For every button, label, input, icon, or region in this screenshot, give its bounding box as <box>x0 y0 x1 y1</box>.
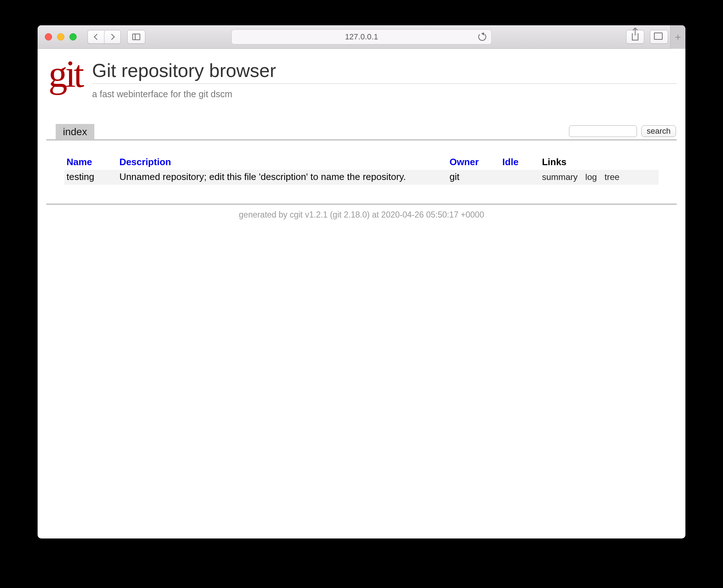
search-button[interactable]: search <box>641 125 676 137</box>
page-content: git Git repository browser a fast webint… <box>38 49 685 224</box>
page-title: Git repository browser <box>92 56 677 83</box>
address-bar[interactable]: 127.0.0.1 <box>231 29 492 44</box>
repo-table: Name Description Owner Idle Links testin… <box>64 155 659 185</box>
repo-idle <box>500 170 540 185</box>
link-log[interactable]: log <box>585 172 597 182</box>
link-tree[interactable]: tree <box>604 172 619 182</box>
chevron-left-icon <box>94 34 100 40</box>
git-logo[interactable]: git <box>46 56 84 93</box>
table-header-row: Name Description Owner Idle Links <box>64 155 659 170</box>
search-input[interactable] <box>569 125 637 137</box>
repo-name-link[interactable]: testing <box>67 171 94 182</box>
tabs: index <box>47 124 94 139</box>
window-controls <box>45 33 77 40</box>
sidebar-icon <box>132 34 140 40</box>
page-header: git Git repository browser a fast webint… <box>46 53 677 99</box>
close-window-button[interactable] <box>45 33 52 40</box>
toolbar-right <box>626 30 668 44</box>
zoom-window-button[interactable] <box>69 33 77 40</box>
titlebar: 127.0.0.1 + <box>38 25 685 49</box>
footer: generated by cgit v1.2.1 (git 2.18.0) at… <box>46 205 677 220</box>
back-button[interactable] <box>87 30 104 44</box>
col-name[interactable]: Name <box>67 156 92 167</box>
minimize-window-button[interactable] <box>57 33 64 40</box>
plus-icon: + <box>675 31 681 43</box>
footer-prefix: generated by <box>239 210 290 219</box>
footer-cgit-link[interactable]: cgit v1.2.1 <box>290 210 328 219</box>
tab-index[interactable]: index <box>56 124 94 139</box>
browser-window: 127.0.0.1 + git Git repository browser a… <box>38 25 685 538</box>
repo-owner: git <box>447 170 500 185</box>
new-tab-button[interactable]: + <box>670 25 685 49</box>
col-owner[interactable]: Owner <box>449 156 479 167</box>
tabs-row: index search <box>46 124 677 141</box>
repo-links: summary log tree <box>540 170 659 185</box>
table-row: testing Unnamed repository; edit this fi… <box>64 170 659 185</box>
page-subtitle: a fast webinterface for the git dscm <box>92 84 677 99</box>
footer-timestamp: at 2020-04-26 05:50:17 +0000 <box>372 210 484 219</box>
col-description[interactable]: Description <box>119 156 171 167</box>
link-summary[interactable]: summary <box>542 172 578 182</box>
search-form: search <box>569 125 676 139</box>
col-idle[interactable]: Idle <box>502 156 519 167</box>
share-button[interactable] <box>626 30 644 44</box>
tabs-icon <box>655 34 663 40</box>
col-links: Links <box>540 155 659 170</box>
share-icon <box>632 33 638 40</box>
address-text: 127.0.0.1 <box>345 32 378 42</box>
reload-icon[interactable] <box>478 33 486 41</box>
repo-description: Unnamed repository; edit this file 'desc… <box>117 170 447 185</box>
forward-button[interactable] <box>104 30 121 44</box>
tabs-button[interactable] <box>650 30 668 44</box>
sidebar-toggle-button[interactable] <box>127 30 145 44</box>
chevron-right-icon <box>109 34 115 40</box>
nav-buttons <box>87 30 121 44</box>
header-text: Git repository browser a fast webinterfa… <box>92 56 677 99</box>
footer-git-version: (git 2.18.0) <box>328 210 372 219</box>
